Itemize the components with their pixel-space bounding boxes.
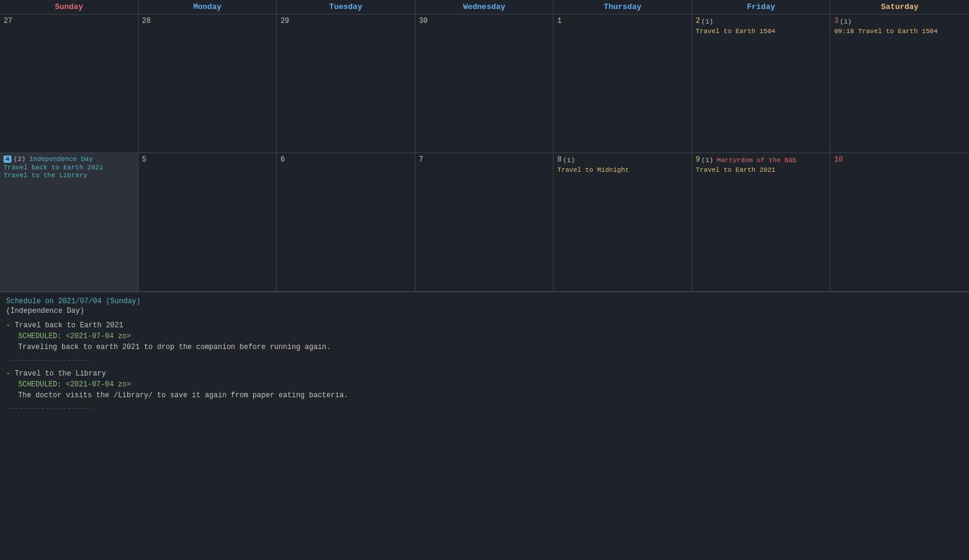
schedule-event-title-1: - Travel back to Earth 2021	[6, 321, 963, 330]
calendar-cell-7[interactable]: 7	[415, 153, 554, 292]
calendar-header: Sunday Monday Tuesday Wednesday Thursday…	[0, 0, 969, 14]
event-4-1[interactable]: Travel back to Earth 2021	[4, 164, 134, 171]
day-number-7: 7	[419, 156, 423, 164]
event-count-9: (1)	[701, 157, 713, 164]
schedule-section: Schedule on 2021/07/04 (Sunday) (Indepen…	[0, 292, 969, 423]
calendar-cell-28[interactable]: 28	[139, 14, 277, 153]
calendar-cell-9[interactable]: 9 (1) Martyrdom of the Báb Travel to Ear…	[692, 153, 831, 292]
schedule-event-title-2: - Travel to the Library	[6, 370, 963, 378]
schedule-entry-2: - Travel to the Library SCHEDULED: <2021…	[6, 370, 963, 400]
event-9-1[interactable]: Travel to Earth 2021	[696, 166, 827, 174]
calendar-cell-27[interactable]: 27	[0, 14, 139, 153]
calendar-cell-1[interactable]: 1	[554, 14, 692, 153]
event-count-4: (2)	[14, 156, 26, 163]
calendar-cell-6[interactable]: 6	[277, 153, 415, 292]
day-number-29: 29	[280, 17, 289, 25]
calendar-cell-30[interactable]: 30	[415, 14, 554, 153]
calendar-cell-5[interactable]: 5	[139, 153, 277, 292]
header-wednesday: Wednesday	[415, 0, 554, 14]
day-badge-4: 4	[4, 156, 11, 163]
day-number-10: 10	[834, 156, 842, 164]
day-number-28: 28	[142, 17, 151, 25]
header-saturday: Saturday	[830, 0, 969, 14]
schedule-subtitle: (Independence Day)	[6, 307, 963, 315]
schedule-entry-1: - Travel back to Earth 2021 SCHEDULED: <…	[6, 321, 963, 351]
day-number-30: 30	[419, 17, 428, 25]
event-count-3: (1)	[840, 18, 852, 25]
calendar-cell-10[interactable]: 10	[830, 153, 969, 292]
schedule-description-1: Traveling back to earth 2021 to drop the…	[18, 343, 963, 351]
holiday-label-9: Martyrdom of the Báb	[717, 157, 797, 164]
schedule-description-2: The doctor visits the /Library/ to save …	[18, 391, 963, 400]
schedule-scheduled-1: SCHEDULED: <2021-07-04 zo>	[18, 332, 963, 341]
calendar-cell-8[interactable]: 8 (1) Travel to Midnight	[554, 153, 692, 292]
event-count-8: (1)	[563, 157, 575, 164]
schedule-scheduled-2: SCHEDULED: <2021-07-04 zo>	[18, 380, 963, 389]
event-count-2: (1)	[701, 18, 713, 25]
calendar-cell-2[interactable]: 2 (1) Travel to Earth 1504	[692, 14, 831, 153]
event-4-2[interactable]: Travel to the Library	[4, 172, 134, 179]
day-number-2: 2	[696, 17, 700, 25]
day-number-5: 5	[142, 156, 147, 164]
calendar-grid: 27 28 29 30 1	[0, 14, 969, 292]
calendar-cell-4[interactable]: 4 (2) Independence Day Travel back to Ea…	[0, 153, 139, 292]
calendar-cell-3[interactable]: 3 (1) 09:18 Travel to Earth 1504	[830, 14, 969, 153]
header-tuesday: Tuesday	[277, 0, 415, 14]
day-number-1: 1	[557, 17, 561, 25]
calendar-container: Sunday Monday Tuesday Wednesday Thursday…	[0, 0, 969, 423]
header-friday: Friday	[692, 0, 831, 14]
day-number-9: 9	[696, 156, 700, 164]
day-number-6: 6	[280, 156, 285, 164]
header-thursday: Thursday	[554, 0, 692, 14]
calendar-cell-29[interactable]: 29	[277, 14, 415, 153]
event-3-1[interactable]: 09:18 Travel to Earth 1504	[834, 28, 965, 35]
header-monday: Monday	[139, 0, 277, 14]
holiday-label-4: Independence Day	[29, 156, 93, 163]
header-sunday: Sunday	[0, 0, 139, 14]
schedule-title: Schedule on 2021/07/04 (Sunday)	[6, 297, 963, 306]
day-number-8: 8	[557, 156, 561, 164]
schedule-divider-1: --------------------	[6, 356, 963, 365]
event-8-1[interactable]: Travel to Midnight	[557, 166, 688, 174]
day-number-3: 3	[834, 17, 838, 25]
event-2-1[interactable]: Travel to Earth 1504	[696, 28, 827, 35]
schedule-divider-2: --------------------	[6, 404, 963, 413]
day-number-27: 27	[4, 17, 12, 25]
